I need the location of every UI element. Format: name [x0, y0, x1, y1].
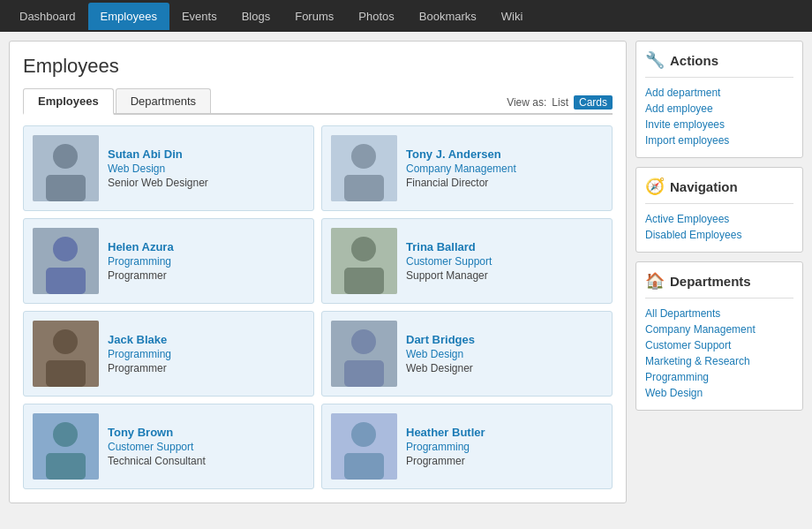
svg-point-7 — [53, 237, 78, 261]
view-as-control: View as: List Cards — [507, 95, 613, 113]
department-link[interactable]: Company Management — [645, 321, 793, 337]
employee-card: Tony BrownCustomer SupportTechnical Cons… — [23, 404, 314, 489]
departments-title: Departments — [670, 274, 751, 289]
employee-department[interactable]: Web Design — [108, 162, 208, 175]
employee-department[interactable]: Web Design — [406, 348, 475, 360]
svg-point-22 — [351, 422, 376, 447]
svg-rect-5 — [344, 175, 384, 201]
employee-info: Trina BallardCustomer SupportSupport Man… — [406, 240, 492, 282]
nav-wiki[interactable]: Wiki — [489, 3, 536, 30]
actions-links: Add departmentAdd employeeInvite employe… — [645, 85, 793, 148]
departments-icon: 🏠 — [645, 271, 665, 291]
view-cards-link[interactable]: Cards — [574, 95, 613, 110]
action-link[interactable]: Add employee — [645, 101, 793, 117]
employee-role: Technical Consultant — [108, 455, 206, 467]
svg-point-13 — [53, 329, 78, 354]
employee-department[interactable]: Customer Support — [108, 441, 206, 453]
svg-point-19 — [53, 422, 78, 447]
departments-links: All DepartmentsCompany ManagementCustome… — [645, 306, 793, 401]
navigation-links: Active EmployeesDisabled Employees — [645, 211, 793, 243]
employee-department[interactable]: Programming — [406, 441, 485, 453]
employee-role: Programmer — [406, 455, 485, 467]
page-title: Employees — [23, 55, 613, 78]
employee-photo — [331, 228, 397, 294]
navigation-title: Navigation — [670, 179, 738, 194]
employee-card: Jack BlakeProgrammingProgrammer — [23, 311, 314, 397]
action-link[interactable]: Import employees — [645, 132, 793, 148]
main-content: Employees Employees Departments View as:… — [9, 41, 627, 503]
employee-department[interactable]: Company Management — [406, 162, 516, 175]
action-link[interactable]: Add department — [645, 85, 793, 101]
employee-department[interactable]: Programming — [108, 348, 171, 360]
action-link[interactable]: Invite employees — [645, 117, 793, 132]
svg-point-4 — [351, 144, 376, 169]
employee-photo — [33, 413, 99, 480]
employee-role: Web Designer — [406, 362, 475, 374]
actions-box: 🔧 Actions Add departmentAdd employeeInvi… — [635, 41, 803, 158]
departments-box: 🏠 Departments All DepartmentsCompany Man… — [635, 261, 803, 411]
svg-rect-17 — [344, 360, 384, 387]
employee-card: Trina BallardCustomer SupportSupport Man… — [321, 218, 613, 304]
employee-name[interactable]: Helen Azura — [108, 240, 174, 253]
nav-photos[interactable]: Photos — [346, 3, 406, 30]
tab-bar: Employees Departments View as: List Card… — [23, 88, 613, 115]
employee-name[interactable]: Sutan Abi Din — [108, 147, 208, 161]
nav-bookmarks[interactable]: Bookmarks — [407, 3, 489, 30]
employee-info: Tony BrownCustomer SupportTechnical Cons… — [108, 426, 206, 467]
navigation-box: 🧭 Navigation Active EmployeesDisabled Em… — [635, 167, 803, 253]
employee-name[interactable]: Jack Blake — [108, 333, 171, 346]
employee-name[interactable]: Tony Brown — [108, 426, 206, 439]
tab-departments[interactable]: Departments — [116, 88, 211, 113]
employee-role: Support Manager — [406, 269, 492, 282]
department-link[interactable]: Programming — [645, 369, 793, 385]
tab-employees[interactable]: Employees — [23, 88, 114, 115]
employee-department[interactable]: Customer Support — [406, 255, 492, 268]
svg-rect-11 — [344, 268, 384, 294]
employee-info: Sutan Abi DinWeb DesignSenior Web Design… — [108, 147, 208, 189]
employee-card: Helen AzuraProgrammingProgrammer — [23, 218, 314, 304]
sidebar: 🔧 Actions Add departmentAdd employeeInvi… — [635, 41, 803, 503]
employee-role: Senior Web Designer — [108, 177, 208, 189]
employee-role: Financial Director — [406, 177, 516, 189]
employee-name[interactable]: Tony J. Andersen — [406, 147, 516, 161]
employee-photo — [33, 321, 99, 387]
svg-point-1 — [53, 144, 78, 169]
departments-header: 🏠 Departments — [645, 271, 793, 299]
department-link[interactable]: Customer Support — [645, 337, 793, 353]
actions-icon: 🔧 — [645, 50, 665, 70]
nav-events[interactable]: Events — [169, 3, 229, 30]
employee-grid: Sutan Abi DinWeb DesignSenior Web Design… — [23, 125, 613, 489]
top-nav: Dashboard Employees Events Blogs Forums … — [0, 0, 812, 32]
svg-rect-14 — [46, 360, 86, 387]
svg-rect-2 — [46, 175, 86, 201]
svg-point-16 — [351, 329, 376, 354]
employee-info: Jack BlakeProgrammingProgrammer — [108, 333, 171, 374]
employee-role: Programmer — [108, 362, 171, 374]
navigation-link[interactable]: Active Employees — [645, 211, 793, 227]
svg-rect-23 — [344, 453, 384, 480]
employee-info: Tony J. AndersenCompany ManagementFinanc… — [406, 147, 516, 189]
nav-dashboard[interactable]: Dashboard — [7, 3, 88, 30]
actions-header: 🔧 Actions — [645, 50, 793, 78]
employee-info: Dart BridgesWeb DesignWeb Designer — [406, 333, 475, 374]
employee-name[interactable]: Trina Ballard — [406, 240, 492, 253]
employee-photo — [33, 228, 99, 294]
nav-blogs[interactable]: Blogs — [229, 3, 283, 30]
employee-name[interactable]: Dart Bridges — [406, 333, 475, 346]
svg-point-10 — [351, 237, 376, 261]
department-link[interactable]: Web Design — [645, 385, 793, 401]
nav-employees[interactable]: Employees — [88, 3, 169, 30]
navigation-header: 🧭 Navigation — [645, 177, 793, 204]
nav-forums[interactable]: Forums — [282, 3, 346, 30]
view-as-label: View as: — [507, 96, 546, 109]
employee-card: Tony J. AndersenCompany ManagementFinanc… — [321, 125, 613, 211]
employee-photo — [331, 135, 397, 201]
department-link[interactable]: Marketing & Research — [645, 353, 793, 369]
department-link[interactable]: All Departments — [645, 306, 793, 321]
employee-card: Heather ButlerProgrammingProgrammer — [321, 404, 613, 489]
employee-photo — [33, 135, 99, 201]
employee-department[interactable]: Programming — [108, 255, 174, 268]
employee-name[interactable]: Heather Butler — [406, 426, 485, 439]
view-list-link[interactable]: List — [552, 96, 568, 109]
navigation-link[interactable]: Disabled Employees — [645, 227, 793, 243]
